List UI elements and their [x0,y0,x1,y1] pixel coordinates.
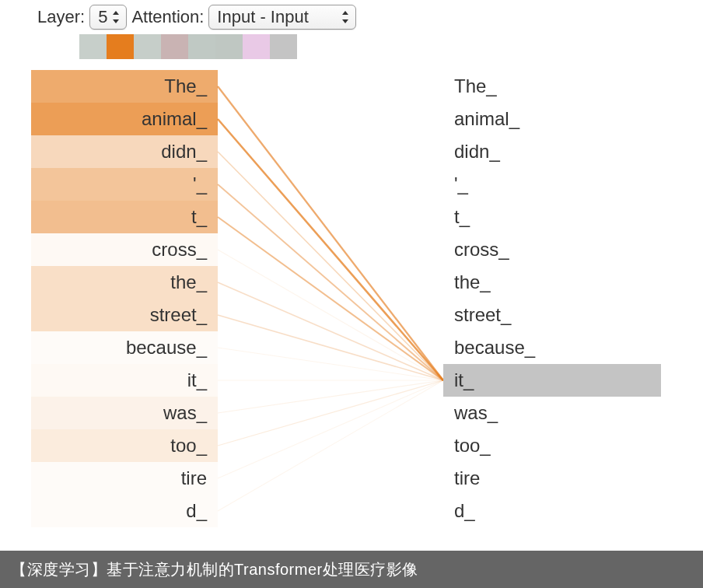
attention-line [218,250,443,380]
right-token[interactable]: the_ [443,266,630,299]
token-text: '_ [454,173,468,195]
caption-text: 【深度学习】基于注意力机制的Transformer处理医疗影像 [11,559,418,580]
token-text: The_ [454,75,497,97]
token-text: didn_ [161,141,207,163]
token-text: street_ [454,304,511,326]
attention-line [218,119,443,380]
token-text: because_ [126,337,207,359]
left-token[interactable]: d_ [31,495,218,527]
right-token[interactable]: t_ [443,201,630,233]
token-text: The_ [164,75,207,97]
attention-line [218,380,443,478]
attention-line [218,380,443,413]
left-token[interactable]: too_ [31,429,218,462]
attention-line [218,86,443,380]
right-token[interactable]: street_ [443,299,630,331]
head-color-3[interactable] [161,34,188,59]
right-token-column: The_animal_didn_'_t_cross_the_street_bec… [443,70,630,527]
token-text: tire [181,467,207,489]
right-token[interactable]: it_ [443,364,661,397]
token-text: it_ [187,369,207,391]
left-token[interactable]: was_ [31,397,218,429]
left-token[interactable]: t_ [31,201,218,233]
head-color-6[interactable] [243,34,270,59]
head-color-5[interactable] [215,34,243,59]
left-token[interactable]: the_ [31,266,218,299]
right-token[interactable]: tire [443,462,630,495]
left-token[interactable]: cross_ [31,233,218,266]
token-text: the_ [170,271,207,293]
updown-icon [112,11,120,23]
attention-line [218,380,443,446]
right-token[interactable]: '_ [443,168,630,201]
token-text: cross_ [454,239,509,261]
right-token[interactable]: didn_ [443,135,630,168]
attention-line [218,152,443,380]
caption-bar: 【深度学习】基于注意力机制的Transformer处理医疗影像 [0,551,703,588]
token-text: d_ [186,500,207,522]
head-color-2[interactable] [134,34,161,59]
left-token[interactable]: because_ [31,331,218,364]
attention-label: Attention: [131,7,204,27]
token-text: was_ [454,402,498,424]
head-color-0[interactable] [79,34,107,59]
attention-line [218,380,443,511]
controls-bar: Layer: 5 Attention: Input - Input [37,5,356,30]
token-text: cross_ [152,239,207,261]
token-text: t_ [191,206,207,228]
attention-line [218,315,443,380]
token-text: the_ [454,271,491,293]
right-token[interactable]: was_ [443,397,630,429]
head-color-1[interactable] [107,34,134,59]
attention-select-value: Input - Input [217,7,308,27]
token-text: tire [454,467,480,489]
attention-line [218,348,443,380]
attention-line [218,184,443,380]
token-text: didn_ [454,141,500,163]
attention-line [218,217,443,380]
left-token[interactable]: street_ [31,299,218,331]
right-token[interactable]: because_ [443,331,630,364]
token-text: too_ [454,435,491,457]
left-token[interactable]: it_ [31,364,218,397]
right-token[interactable]: too_ [443,429,630,462]
left-token-column: The_animal_didn_'_t_cross_the_street_bec… [31,70,218,527]
left-token[interactable]: animal_ [31,103,218,135]
token-text: animal_ [454,108,519,130]
token-text: '_ [193,173,207,195]
head-palette [79,34,297,59]
token-text: because_ [454,337,535,359]
token-text: was_ [163,402,207,424]
right-token[interactable]: cross_ [443,233,630,266]
token-text: it_ [454,369,474,391]
token-text: animal_ [142,108,207,130]
token-text: d_ [454,500,475,522]
attention-visualization: The_animal_didn_'_t_cross_the_street_bec… [31,70,669,568]
right-token[interactable]: d_ [443,495,630,527]
layer-select[interactable]: 5 [89,5,127,30]
right-token[interactable]: The_ [443,70,630,103]
left-token[interactable]: The_ [31,70,218,103]
attention-line [218,282,443,380]
head-color-4[interactable] [188,34,215,59]
head-color-7[interactable] [270,34,297,59]
updown-icon [341,11,349,23]
layer-label: Layer: [37,7,85,27]
token-text: too_ [170,435,207,457]
attention-select[interactable]: Input - Input [208,5,356,30]
left-token[interactable]: tire [31,462,218,495]
left-token[interactable]: '_ [31,168,218,201]
layer-select-value: 5 [98,7,107,27]
left-token[interactable]: didn_ [31,135,218,168]
token-text: t_ [454,206,470,228]
token-text: street_ [150,304,207,326]
attention-lines-svg [218,70,443,568]
right-token[interactable]: animal_ [443,103,630,135]
